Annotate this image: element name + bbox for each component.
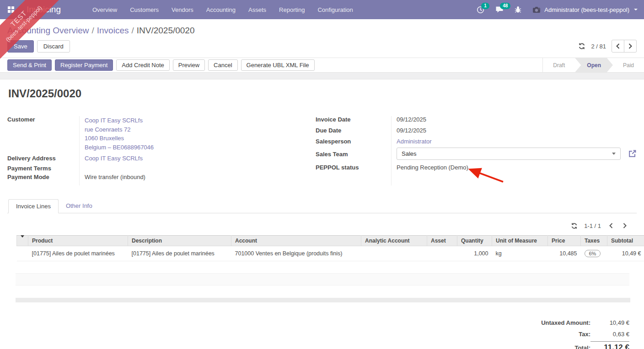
tab-other-info[interactable]: Other Info (59, 199, 100, 213)
add-credit-note-button[interactable]: Add Credit Note (116, 59, 170, 71)
col-product[interactable]: Product (28, 236, 128, 246)
statusbar: Send & Print Register Payment Add Credit… (0, 58, 644, 73)
invoice-sheet: INV/2025/0020 Customer Coop IT Easy SCRL… (0, 79, 644, 349)
debug-bug-icon[interactable] (515, 6, 521, 13)
payment-terms-value[interactable] (79, 164, 85, 172)
dropdown-caret-icon (634, 9, 638, 11)
cancel-button[interactable]: Cancel (208, 59, 237, 71)
register-payment-button[interactable]: Register Payment (55, 59, 113, 71)
send-print-button[interactable]: Send & Print (7, 59, 52, 71)
apps-grid-icon[interactable] (6, 5, 16, 14)
untaxed-amount-row: Untaxed Amount: 10,49 € (510, 319, 629, 326)
col-analytic-account[interactable]: Analytic Account (361, 236, 427, 246)
record-pager: 2 / 81 (578, 40, 637, 53)
menu-vendors[interactable]: Vendors (166, 4, 199, 16)
invoice-date-value[interactable]: 09/12/2025 (391, 115, 426, 123)
breadcrumb-invoices[interactable]: Invoices (97, 26, 129, 35)
field-due-date: Due Date 09/12/2025 (316, 126, 637, 134)
state-paid[interactable]: Paid (613, 58, 644, 72)
state-draft[interactable]: Draft (543, 58, 575, 72)
sales-team-select[interactable]: Sales (397, 148, 621, 160)
col-subtotal[interactable]: Subtotal (607, 236, 644, 246)
systray: 1 48 Administrator (477, 6, 638, 14)
customer-value: Coop IT Easy SCRLfs rue Coenraets 72 106… (79, 115, 154, 152)
statusbar-buttons: Send & Print Register Payment Add Credit… (7, 58, 315, 72)
cell-product[interactable]: [01775] Ailes de poulet marinées (28, 246, 128, 261)
customer-name-link[interactable]: Coop IT Easy SCRLfs (85, 116, 154, 125)
menu-configuration[interactable]: Configuration (312, 4, 358, 16)
messages-badge: 48 (500, 3, 510, 9)
lines-prev-icon[interactable] (607, 223, 615, 228)
col-description[interactable]: Description (128, 236, 231, 246)
next-record-button[interactable] (624, 40, 637, 53)
payment-mode-value[interactable]: Wire transfer (inbound) (79, 173, 145, 180)
peppol-status-value: Pending Reception (Demo) (391, 163, 468, 171)
field-peppol-status: PEPPOL status Pending Reception (Demo) (316, 163, 637, 171)
select-caret-icon (612, 153, 616, 155)
discard-button[interactable]: Discard (37, 40, 70, 53)
generate-ubl-button[interactable]: Generate UBL XML File (241, 59, 315, 71)
field-salesperson: Salesperson Administrator (316, 137, 637, 145)
col-quantity[interactable]: Quantity (457, 236, 492, 246)
state-open[interactable]: Open (575, 58, 613, 72)
app-name[interactable]: Invoicing (27, 5, 61, 15)
cell-account[interactable]: 701000 Ventes en Belgique (produits fini… (231, 246, 361, 261)
field-payment-mode: Payment Mode Wire transfer (inbound) (7, 173, 316, 180)
column-dropdown-icon (21, 235, 24, 244)
col-asset[interactable]: Asset (427, 236, 457, 246)
prev-record-button[interactable] (612, 40, 624, 53)
menu-accounting[interactable]: Accounting (201, 4, 241, 16)
lines-next-icon[interactable] (621, 223, 628, 228)
external-link-icon[interactable] (628, 149, 637, 158)
menu-reporting[interactable]: Reporting (274, 4, 310, 16)
activity-clock-icon[interactable]: 1 (477, 6, 484, 14)
menu-overview[interactable]: Overview (87, 4, 122, 16)
col-uom[interactable]: Unit of Measure (492, 236, 548, 246)
refresh-icon[interactable] (571, 222, 578, 229)
invoice-date-label: Invoice Date (316, 115, 391, 123)
menu-assets[interactable]: Assets (243, 4, 271, 16)
cell-subtotal: 10,49 € (607, 246, 644, 261)
tax-value: 0,63 € (590, 331, 629, 338)
customer-city[interactable]: 1060 Bruxelles (85, 134, 154, 143)
cell-description[interactable]: [01775] Ailes de poulet marinées (128, 246, 231, 261)
sales-team-field: Sales (391, 148, 637, 160)
col-taxes[interactable]: Taxes (581, 236, 607, 246)
tab-invoice-lines[interactable]: Invoice Lines (8, 199, 59, 213)
due-date-value[interactable]: 09/12/2025 (391, 126, 426, 134)
delivery-address-link[interactable]: Coop IT Easy SCRLfs (79, 154, 143, 162)
col-price[interactable]: Price (548, 236, 581, 246)
cell-uom[interactable]: kg (492, 246, 548, 261)
menu-customers[interactable]: Customers (125, 4, 164, 16)
preview-button[interactable]: Preview (173, 59, 205, 71)
user-menu[interactable]: Administrator (bees-test-peppol) (532, 6, 638, 13)
messages-icon[interactable]: 48 (495, 6, 504, 13)
activity-badge: 1 (481, 3, 489, 9)
cell-price[interactable]: 10,485 (548, 246, 581, 261)
sales-team-label: Sales Team (316, 150, 391, 158)
peppol-status-label: PEPPOL status (316, 163, 391, 171)
breadcrumb-accounting-overview[interactable]: Accounting Overview (7, 26, 89, 35)
sales-team-value: Sales (402, 150, 417, 157)
table-row[interactable]: [01775] Ailes de poulet marinées [01775]… (17, 246, 644, 261)
cell-analytic-account[interactable] (361, 246, 427, 261)
cell-asset[interactable] (427, 246, 457, 261)
cell-quantity[interactable]: 1,000 (457, 246, 492, 261)
payment-terms-label: Payment Terms (7, 164, 79, 172)
customer-country-vat[interactable]: Belgium – BE0688967046 (85, 143, 154, 152)
cell-taxes[interactable]: 6% (581, 246, 607, 261)
optional-columns-button[interactable] (17, 236, 28, 246)
record-pager-value: 2 / 81 (591, 43, 606, 50)
col-account[interactable]: Account (231, 236, 361, 246)
total-value: 11,12 € (590, 341, 629, 349)
notebook-tabs: Invoice Lines Other Info (7, 199, 637, 213)
salesperson-link[interactable]: Administrator (391, 137, 432, 145)
refresh-icon[interactable] (578, 42, 585, 50)
save-button[interactable]: Save (7, 40, 34, 53)
customer-street[interactable]: rue Coenraets 72 (85, 125, 154, 134)
horizontal-scrollbar[interactable] (16, 298, 630, 302)
breadcrumb: Accounting Overview/Invoices/INV/2025/00… (0, 19, 644, 36)
field-group-left: Customer Coop IT Easy SCRLfs rue Coenrae… (7, 115, 316, 187)
total-label: Total: (575, 344, 590, 349)
invoice-lines-table: Product Description Account Analytic Acc… (16, 235, 644, 261)
